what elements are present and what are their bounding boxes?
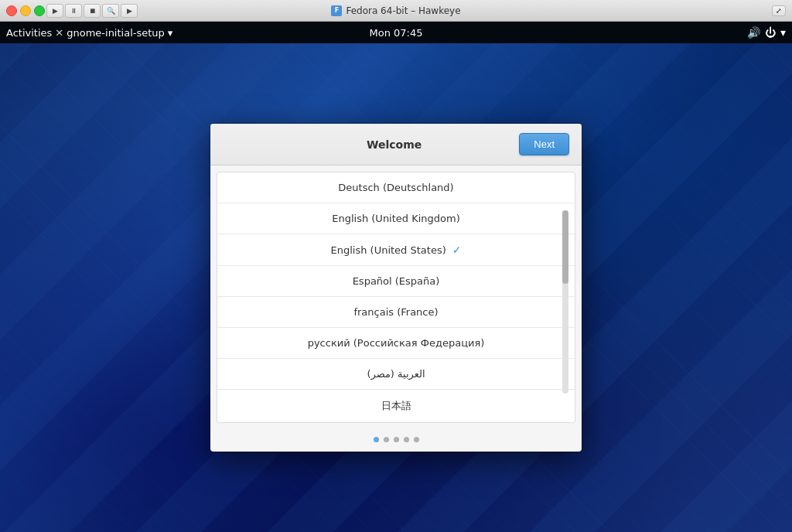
next-button[interactable]: Next [519, 133, 569, 155]
vm-close-button[interactable] [6, 5, 17, 16]
dialog-header: Welcome Next [210, 124, 582, 165]
power-arrow-icon[interactable]: ▾ [780, 26, 786, 39]
page-dots [210, 429, 582, 452]
page-dot-4[interactable] [414, 437, 419, 442]
welcome-dialog: Welcome Next Deutsch (Deutschland)Englis… [210, 124, 582, 452]
list-scrollbar[interactable] [562, 210, 568, 394]
language-item-deutsch[interactable]: Deutsch (Deutschland) [217, 172, 575, 203]
language-item-japanese[interactable]: 日本語 [217, 390, 575, 422]
checkmark-icon: ✓ [452, 244, 462, 256]
vm-toolbar: ▶ ⏸ ⏹ 🔍 ▶ [46, 4, 138, 18]
gnome-topbar: Activities ✕ gnome-initial-setup ▾ Mon 0… [0, 22, 792, 43]
language-list: Deutsch (Deutschland)English (United Kin… [217, 172, 575, 423]
volume-icon[interactable]: 🔊 [747, 26, 760, 39]
dialog-title: Welcome [269, 138, 519, 151]
app-name-label: gnome-initial-setup [67, 27, 165, 39]
system-tray: 🔊 ⏻ ▾ [747, 26, 786, 39]
vm-maximize-button[interactable] [34, 5, 45, 16]
language-item-francais[interactable]: français (France) [217, 297, 575, 328]
vm-stop-button[interactable]: ⏹ [84, 4, 101, 18]
scrollbar-thumb[interactable] [562, 210, 568, 284]
vm-fullscreen-button[interactable]: ⤢ [772, 5, 786, 16]
vm-search-button[interactable]: 🔍 [102, 4, 119, 18]
power-icon[interactable]: ⏻ [765, 26, 776, 39]
page-dot-2[interactable] [394, 437, 399, 442]
vm-os-icon: F [331, 5, 342, 16]
desktop: Welcome Next Deutsch (Deutschland)Englis… [0, 43, 792, 532]
vm-window-controls[interactable]: ▶ ⏸ ⏹ 🔍 ▶ [6, 5, 45, 16]
language-item-russian[interactable]: русский (Российская Федерация) [217, 328, 575, 359]
app-dropdown-icon: ▾ [168, 27, 173, 39]
language-item-espanol[interactable]: Español (España) [217, 266, 575, 297]
vm-pause-button[interactable]: ⏸ [65, 4, 82, 18]
vm-title-text: Fedora 64-bit – Hawkeye [346, 5, 460, 16]
vm-minimize-button[interactable] [20, 5, 31, 16]
vm-titlebar: ▶ ⏸ ⏹ 🔍 ▶ F Fedora 64-bit – Hawkeye ⤢ [0, 0, 792, 22]
vm-play-button[interactable]: ▶ [46, 4, 63, 18]
language-list-wrapper: Deutsch (Deutschland)English (United Kin… [217, 172, 575, 423]
page-dot-3[interactable] [404, 437, 409, 442]
app-close-icon: ✕ [55, 27, 63, 39]
language-item-english-uk[interactable]: English (United Kingdom) [217, 203, 575, 234]
page-dot-0[interactable] [374, 437, 379, 442]
clock: Mon 07:45 [369, 27, 422, 39]
app-menu[interactable]: ✕ gnome-initial-setup ▾ [55, 27, 172, 39]
vm-right-controls[interactable]: ⤢ [772, 5, 786, 16]
language-item-english-us[interactable]: English (United States) ✓ [217, 234, 575, 266]
language-item-arabic[interactable]: العربية (مصر) [217, 359, 575, 390]
activities-button[interactable]: Activities [6, 27, 52, 39]
vm-next-button[interactable]: ▶ [121, 4, 138, 18]
vm-title: F Fedora 64-bit – Hawkeye [331, 5, 460, 16]
page-dot-1[interactable] [384, 437, 389, 442]
